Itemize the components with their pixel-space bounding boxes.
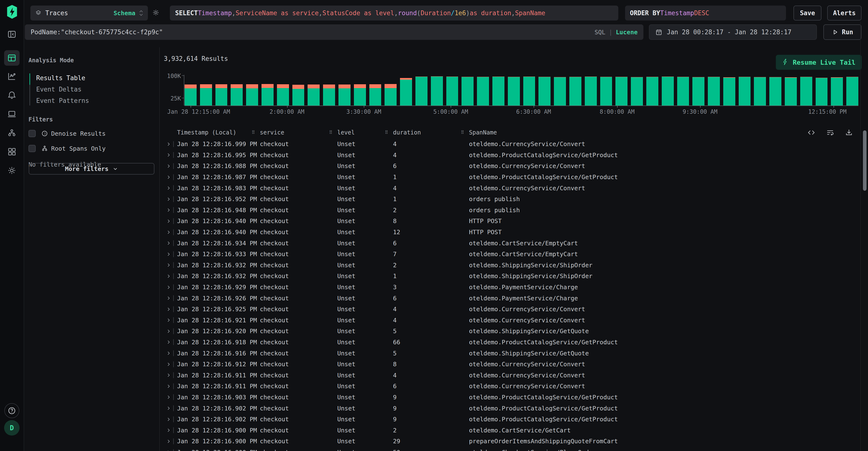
expand-chevron-icon[interactable] [166, 274, 172, 279]
table-row[interactable]: Jan 28 12:28:16.900 PMcheckoutUnset29pre… [162, 436, 854, 447]
table-row[interactable]: Jan 28 12:28:16.921 PMcheckoutUnset4otel… [162, 315, 854, 326]
table-row[interactable]: Jan 28 12:28:16.940 PMcheckoutUnset12HTT… [162, 227, 854, 238]
expand-chevron-icon[interactable] [166, 439, 172, 444]
drag-handle-icon[interactable]: ⠿ [385, 130, 388, 135]
save-button[interactable]: Save [794, 5, 822, 21]
expand-chevron-icon[interactable] [166, 252, 172, 257]
expand-chevron-icon[interactable] [166, 339, 172, 345]
expand-chevron-icon[interactable] [166, 186, 172, 191]
lang-lucene-option[interactable]: Lucene [616, 29, 638, 36]
expand-chevron-icon[interactable] [166, 417, 172, 422]
table-row[interactable]: Jan 28 12:28:16.911 PMcheckoutUnset6otel… [162, 381, 854, 392]
code-icon[interactable] [807, 129, 815, 137]
table-row[interactable]: Jan 28 12:28:16.918 PMcheckoutUnset66ote… [162, 337, 854, 348]
analysis-mode-results-table[interactable]: Results Table [29, 73, 159, 84]
alerts-bell-icon[interactable] [4, 87, 20, 103]
chart-plot-area[interactable] [185, 73, 858, 106]
table-row[interactable]: Jan 28 12:28:16.983 PMcheckoutUnset4otel… [162, 182, 854, 194]
expand-chevron-icon[interactable] [166, 164, 172, 169]
events-histogram[interactable]: 100K 25K Jan 28 12:15:00 AM2:00:00 AM3:3… [160, 73, 860, 115]
language-toggle[interactable]: SQL | Lucene [594, 29, 638, 36]
expand-chevron-icon[interactable] [166, 428, 172, 433]
table-row[interactable]: Jan 28 12:28:16.929 PMcheckoutUnset3otel… [162, 282, 854, 293]
table-row[interactable]: Jan 28 12:28:16.902 PMcheckoutUnset9otel… [162, 403, 854, 414]
table-row[interactable]: Jan 28 12:28:16.932 PMcheckoutUnset2otel… [162, 260, 854, 271]
expand-chevron-icon[interactable] [166, 230, 172, 235]
sessions-laptop-icon[interactable] [4, 106, 20, 122]
column-header-spanname[interactable]: ⠿SpanName [469, 129, 854, 136]
sql-select-input[interactable]: SELECT Timestamp, ServiceName as service… [170, 5, 618, 21]
table-row[interactable]: Jan 28 12:28:16.933 PMcheckoutUnset7otel… [162, 249, 854, 260]
scrollbar-thumb[interactable] [863, 130, 867, 191]
source-select[interactable]: Traces Schema [30, 5, 148, 21]
wrap-text-icon[interactable] [826, 129, 834, 137]
expand-chevron-icon[interactable] [166, 174, 172, 180]
table-row[interactable]: Jan 28 12:28:16.900 PMcheckoutUnset2otel… [162, 425, 854, 436]
date-range-picker[interactable]: Jan 28 00:28:17 - Jan 28 12:28:17 [649, 24, 817, 40]
table-row[interactable]: Jan 28 12:28:16.988 PMcheckoutUnset6otel… [162, 161, 854, 172]
table-row[interactable]: Jan 28 12:28:16.911 PMcheckoutUnset4otel… [162, 370, 854, 381]
root-spans-checkbox[interactable] [28, 145, 36, 152]
expand-chevron-icon[interactable] [166, 372, 172, 378]
expand-chevron-icon[interactable] [166, 141, 172, 147]
expand-chevron-icon[interactable] [166, 241, 172, 246]
download-icon[interactable] [845, 129, 853, 137]
table-row[interactable]: Jan 28 12:28:16.934 PMcheckoutUnset6otel… [162, 237, 854, 249]
dashboards-icon[interactable] [4, 144, 20, 159]
expand-chevron-icon[interactable] [166, 152, 172, 158]
expand-chevron-icon[interactable] [166, 384, 172, 389]
table-row[interactable]: Jan 28 12:28:16.940 PMcheckoutUnset8HTTP… [162, 216, 854, 227]
table-row[interactable]: Jan 28 12:28:16.912 PMcheckoutUnset8otel… [162, 359, 854, 370]
table-row[interactable]: Jan 28 12:28:16.900 PMcheckoutUnset50ote… [162, 447, 854, 451]
app-logo[interactable] [6, 5, 18, 19]
schema-label[interactable]: Schema [114, 10, 135, 17]
table-row[interactable]: Jan 28 12:28:16.903 PMcheckoutUnset9otel… [162, 392, 854, 403]
collapse-panel-icon[interactable] [4, 27, 20, 42]
table-row[interactable]: Jan 28 12:28:16.925 PMcheckoutUnset4otel… [162, 304, 854, 315]
expand-chevron-icon[interactable] [166, 450, 172, 451]
search-results-icon[interactable] [4, 50, 20, 66]
table-row[interactable]: Jan 28 12:28:16.995 PMcheckoutUnset4otel… [162, 150, 854, 161]
chart-explorer-icon[interactable] [4, 68, 20, 84]
expand-chevron-icon[interactable] [166, 405, 172, 411]
drag-handle-icon[interactable]: ⠿ [252, 130, 254, 135]
alerts-button[interactable]: Alerts [827, 5, 862, 21]
expand-chevron-icon[interactable] [166, 207, 172, 213]
expand-chevron-icon[interactable] [166, 395, 172, 400]
expand-chevron-icon[interactable] [166, 219, 172, 224]
run-button[interactable]: Run [824, 24, 862, 40]
table-row[interactable]: Jan 28 12:28:16.916 PMcheckoutUnset5otel… [162, 348, 854, 359]
expand-chevron-icon[interactable] [166, 197, 172, 202]
search-input[interactable]: PodName:"checkout-675775c4cc-f2p9c" SQL … [25, 24, 643, 40]
expand-chevron-icon[interactable] [166, 285, 172, 290]
lang-sql-option[interactable]: SQL [594, 29, 605, 36]
expand-chevron-icon[interactable] [166, 362, 172, 367]
filter-denoise-results[interactable]: Denoise Results [28, 129, 159, 138]
expand-chevron-icon[interactable] [166, 350, 172, 356]
table-row[interactable]: Jan 28 12:28:16.932 PMcheckoutUnset1otel… [162, 271, 854, 282]
table-row[interactable]: Jan 28 12:28:16.926 PMcheckoutUnset6otel… [162, 292, 854, 304]
help-icon[interactable] [4, 403, 19, 418]
expand-chevron-icon[interactable] [166, 262, 172, 268]
column-header-service[interactable]: ⠿service [260, 129, 337, 136]
filter-root-spans-only[interactable]: Root Spans Only [28, 144, 159, 153]
service-map-icon[interactable] [4, 125, 20, 141]
order-by-input[interactable]: ORDER BY Timestamp DESC [625, 5, 786, 21]
table-row[interactable]: Jan 28 12:28:16.999 PMcheckoutUnset4otel… [162, 139, 854, 150]
column-header-duration[interactable]: ⠿duration [393, 129, 469, 136]
expand-chevron-icon[interactable] [166, 317, 172, 323]
drag-handle-icon[interactable]: ⠿ [329, 130, 332, 135]
denoise-checkbox[interactable] [28, 130, 36, 137]
table-row[interactable]: Jan 28 12:28:16.920 PMcheckoutUnset5otel… [162, 326, 854, 337]
expand-chevron-icon[interactable] [166, 329, 172, 334]
table-row[interactable]: Jan 28 12:28:16.948 PMcheckoutUnset2orde… [162, 205, 854, 216]
table-row[interactable]: Jan 28 12:28:16.952 PMcheckoutUnset1orde… [162, 194, 854, 205]
settings-gear-icon[interactable] [4, 163, 20, 178]
drag-handle-icon[interactable]: ⠿ [461, 130, 464, 135]
more-filters-button[interactable]: More filters [29, 163, 154, 174]
expand-chevron-icon[interactable] [166, 307, 172, 312]
resume-live-tail-button[interactable]: Resume Live Tail [776, 55, 862, 70]
column-header-timestamp[interactable]: Timestamp (Local) [177, 129, 260, 136]
expand-chevron-icon[interactable] [166, 295, 172, 301]
table-row[interactable]: Jan 28 12:28:16.902 PMcheckoutUnset9otel… [162, 414, 854, 425]
